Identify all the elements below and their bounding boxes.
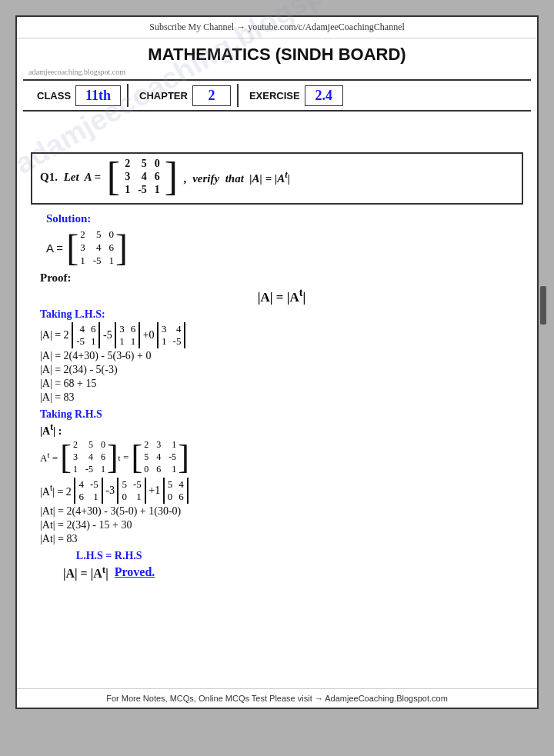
det1-matrix: 46 -51 [76, 323, 95, 348]
rhs-expansion: |At| = 2 4-5 61 -3 5-5 01 +1 [40, 478, 523, 504]
page-wrapper: Subscribe My Channel → youtube.com/c/Ada… [15, 15, 539, 709]
rhs-det3: 54 06 [163, 478, 189, 504]
rhs-det2: 5-5 01 [117, 478, 145, 504]
lhs-section: Taking L.H.S: |A| = 2 46 -51 -5 36 11 [40, 308, 523, 404]
rhs-step1: |At| = 2(4+30) - 3(5-0) + 1(30-0) [40, 505, 523, 518]
solution-section: Solution: A = [ 250 346 1-51 ] [46, 212, 523, 267]
content-area: adamjeecoaching.blogspot.com Q1. Let A =… [17, 112, 537, 688]
main-title: MATHEMATICS (SINDH BOARD) [17, 38, 537, 68]
det3: 34 1-5 [157, 322, 185, 348]
transpose-label: At = [40, 450, 60, 465]
rhs-det-start: |At| = 2 [40, 483, 74, 498]
question-line: Q1. Let A = [ 250 346 1-51 ] , verify th… [40, 157, 514, 197]
chapter-value: 2 [192, 85, 231, 106]
rhs-label: |At| : [40, 422, 523, 438]
q-let: Let A = [61, 171, 104, 184]
class-value: 11th [75, 85, 121, 106]
lhs-det-start: |A| = 2 [40, 329, 72, 341]
matrix-right-bracket: ] [165, 157, 178, 197]
lhs-expansion: |A| = 2 46 -51 -5 36 11 +0 [40, 322, 523, 348]
lhs-step1: |A| = 2(4+30) - 5(3-6) + 0 [40, 350, 523, 362]
lhs-rhs-equal: L.H.S = R.H.S [63, 550, 155, 562]
proved-text: Proved. [115, 565, 155, 579]
divider-1 [127, 84, 128, 107]
rhs-det3-matrix: 54 06 [168, 478, 184, 503]
lhs-step3: |A| = 68 + 15 [40, 378, 523, 390]
chapter-label: CHAPTER [135, 88, 192, 103]
rhs-minus3: -3 [103, 485, 118, 497]
top-bar-text: Subscribe My Channel → youtube.com/c/Ada… [149, 22, 405, 32]
rhs-step3: |At| = 83 [40, 533, 523, 545]
bottom-bar-text: For More Notes, MCQs, Online MCQs Test P… [106, 694, 448, 703]
rhs-det2-matrix: 5-5 01 [122, 478, 141, 503]
solution-a-label: A = [46, 241, 66, 255]
side-bar [540, 286, 546, 325]
at-result-left: [ [131, 441, 142, 475]
rhs-det1: 4-5 61 [74, 478, 102, 504]
proof-statement: |A| = |At| [40, 286, 523, 305]
taking-lhs: Taking L.H.S: [40, 308, 523, 321]
top-bar: Subscribe My Channel → youtube.com/c/Ada… [17, 17, 537, 38]
at-result-right: ] [178, 441, 189, 475]
conclusion-row: L.H.S = R.H.S |A| = |At| Proved. [40, 550, 523, 581]
divider-2 [237, 84, 239, 107]
at-right-bracket: ] [107, 441, 118, 475]
lhs-step4: |A| = 83 [40, 391, 523, 404]
solution-matrix: 250 346 1-51 [80, 228, 114, 267]
det3-matrix: 34 1-5 [162, 323, 181, 348]
lhs-minus5: -5 [100, 329, 115, 341]
proof-label: Proof: [40, 271, 523, 285]
exercise-value: 2.4 [305, 85, 343, 106]
rhs-det1-matrix: 4-5 61 [78, 478, 98, 503]
rhs-section: Taking R.H.S |At| : At = [ 250 346 1-51 … [40, 408, 523, 546]
proof-section: Proof: |A| = |At| [40, 271, 523, 305]
matrix-q: 250 346 1-51 [125, 158, 160, 196]
sol-left-bracket: [ [66, 229, 78, 266]
watermark-url: adamjeecoaching.blogspot.com [17, 68, 537, 79]
sol-right-bracket: ] [115, 229, 128, 266]
rhs-step2: |At| = 2(34) - 15 + 30 [40, 519, 523, 531]
proof-label-text: Proof: [40, 271, 72, 284]
det2: 36 11 [115, 322, 140, 348]
det2-matrix: 36 11 [119, 323, 135, 348]
q-verify: , verify that |A| = |At| [181, 169, 290, 185]
q-prefix: Q1. [40, 171, 58, 184]
solution-label: Solution: [46, 212, 523, 225]
transpose-row: At = [ 250 346 1-51 ] t = [ 231 54-5 061… [40, 439, 523, 475]
rhs-plus1: +1 [146, 485, 163, 497]
at-left-bracket: [ [60, 441, 72, 475]
final-statement-row: |A| = |At| Proved. [63, 564, 155, 581]
final-det: |A| = |At| [63, 564, 108, 581]
at-result-matrix: 231 54-5 061 [144, 439, 176, 475]
taking-rhs: Taking R.H.S [40, 408, 523, 421]
lhs-step2: |A| = 2(34) - 5(-3) [40, 364, 523, 376]
det1: 46 -51 [72, 322, 100, 348]
class-label: CLASS [32, 88, 75, 103]
conclusion-block: L.H.S = R.H.S |A| = |At| Proved. [63, 550, 155, 581]
exercise-label: EXERCISE [245, 88, 305, 103]
at-matrix: 250 346 1-51 [73, 439, 105, 475]
equals-sign: = [121, 451, 132, 464]
matrix-left-bracket: [ [107, 157, 120, 197]
bottom-bar: For More Notes, MCQs, Online MCQs Test P… [17, 688, 537, 708]
question-box: Q1. Let A = [ 250 346 1-51 ] , verify th… [31, 152, 523, 205]
lhs-plus0: +0 [140, 329, 157, 341]
solution-matrix-row: A = [ 250 346 1-51 ] [46, 228, 523, 267]
class-row: CLASS 11th CHAPTER 2 EXERCISE 2.4 [23, 79, 531, 112]
